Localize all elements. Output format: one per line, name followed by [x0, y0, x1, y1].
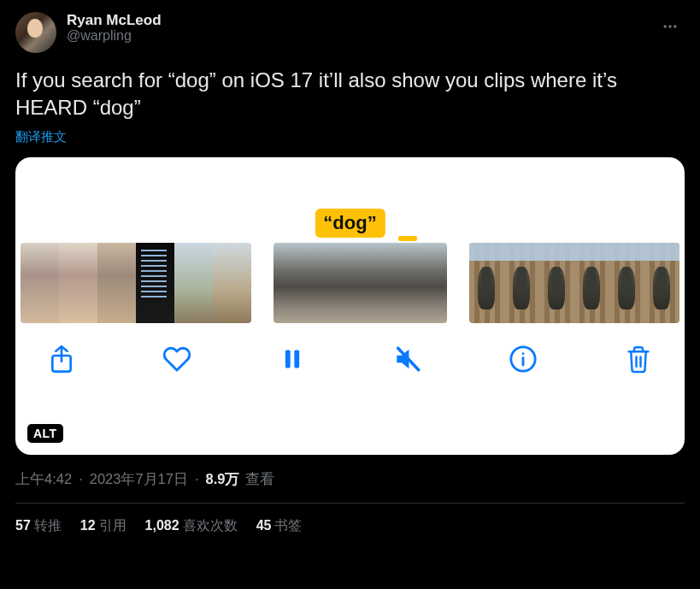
pause-icon: [280, 345, 304, 373]
clip-frame: [469, 243, 504, 323]
pause-button[interactable]: [275, 342, 309, 376]
mute-button[interactable]: [391, 342, 425, 376]
bookmarks-count: 45: [256, 518, 272, 533]
bookmarks-label: 书签: [274, 518, 302, 533]
retweets-count: 57: [15, 518, 31, 533]
svg-point-2: [674, 25, 676, 27]
separator: ·: [193, 471, 201, 487]
svg-rect-5: [294, 350, 299, 368]
trash-icon: [626, 345, 651, 374]
heart-icon: [162, 345, 192, 374]
views-count[interactable]: 8.9万: [206, 470, 240, 489]
clip-frame: [59, 243, 97, 323]
author-display-name[interactable]: Ryan McLeod: [67, 12, 162, 29]
quotes-label: 引用: [99, 518, 126, 533]
retweets-label: 转推: [34, 518, 62, 533]
clip-frame: [644, 243, 679, 323]
like-button[interactable]: [160, 342, 194, 376]
share-button[interactable]: [44, 342, 79, 376]
svg-point-0: [664, 25, 667, 27]
clip-frame: [174, 243, 213, 323]
more-icon: [662, 18, 679, 35]
tweet-time[interactable]: 上午4:42: [15, 470, 72, 489]
clip-frame: [574, 243, 609, 323]
tweet-meta: 上午4:42 · 2023年7月17日 · 8.9万 查看: [15, 470, 685, 489]
delete-button[interactable]: [621, 342, 656, 376]
clip-frame: [97, 243, 136, 323]
clip-group[interactable]: [21, 243, 251, 323]
clip-frame: [539, 243, 574, 323]
translate-link[interactable]: 翻译推文: [15, 129, 67, 145]
alt-badge[interactable]: ALT: [27, 424, 63, 443]
info-button[interactable]: [506, 342, 540, 376]
likes-stat[interactable]: 1,082喜欢次数: [145, 517, 238, 535]
share-icon: [48, 344, 75, 374]
tweet-container: Ryan McLeod @warpling If you search for …: [0, 0, 700, 535]
clip-frame: [403, 243, 447, 323]
media-toolbar: [15, 323, 685, 376]
clip-frame: [609, 243, 644, 323]
clip-frame: [213, 243, 251, 323]
svg-point-9: [522, 352, 525, 355]
caption-label: “dog”: [315, 209, 385, 238]
tweet-text: If you search for “dog” on iOS 17 it’ll …: [15, 67, 685, 122]
author-name-block: Ryan McLeod @warpling: [67, 12, 162, 44]
clip-frame: [504, 243, 539, 323]
mute-icon: [392, 345, 423, 374]
video-timeline[interactable]: [15, 243, 685, 323]
tweet-header: Ryan McLeod @warpling: [15, 12, 685, 53]
tweet-date[interactable]: 2023年7月17日: [90, 470, 188, 489]
clip-frame: [360, 243, 403, 323]
info-icon: [509, 345, 538, 374]
caption-anchor-marker: [398, 236, 417, 241]
quotes-count: 12: [80, 518, 96, 533]
clip-frame: [316, 243, 360, 323]
svg-rect-4: [285, 350, 291, 368]
svg-point-1: [668, 25, 671, 27]
quotes-stat[interactable]: 12引用: [80, 517, 126, 535]
clip-frame: [274, 243, 317, 323]
bookmarks-stat[interactable]: 45书签: [256, 517, 303, 535]
separator: ·: [77, 471, 85, 487]
more-button[interactable]: [656, 12, 685, 41]
retweets-stat[interactable]: 57转推: [15, 517, 62, 535]
media-preview-area: “dog”: [15, 157, 685, 243]
author-handle[interactable]: @warpling: [67, 28, 162, 44]
media-card[interactable]: “dog”: [15, 157, 685, 455]
clip-group[interactable]: [274, 243, 447, 323]
tweet-stats: 57转推 12引用 1,082喜欢次数 45书签: [15, 504, 685, 535]
likes-label: 喜欢次数: [183, 518, 238, 533]
likes-count: 1,082: [145, 518, 179, 533]
clip-frame: [21, 243, 59, 323]
avatar[interactable]: [15, 12, 56, 53]
views-label: 查看: [245, 470, 274, 489]
clip-frame: [136, 243, 174, 323]
clip-group[interactable]: [469, 243, 679, 323]
